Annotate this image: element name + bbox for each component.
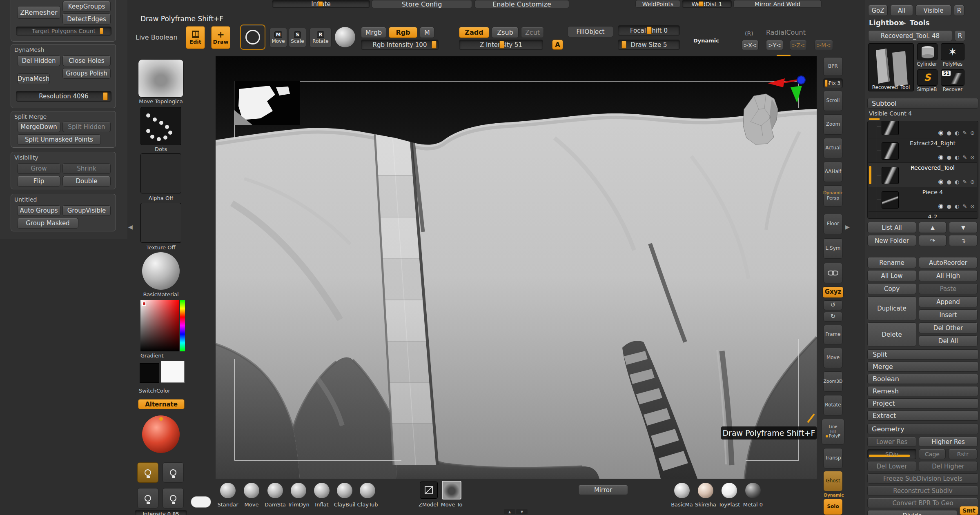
target-polygons-handle[interactable] xyxy=(100,28,103,34)
rgb-intensity-slider[interactable]: Rgb Intensity 100 xyxy=(361,40,439,50)
sym-y-button[interactable]: >Y< xyxy=(766,40,783,50)
rgb-intensity-handle[interactable] xyxy=(432,41,437,49)
store-config-button[interactable]: Store Config xyxy=(372,0,472,8)
shelf-zoom-button[interactable]: Zoom xyxy=(823,114,843,135)
cylinder-tool-thumbnail[interactable] xyxy=(917,43,938,60)
new-folder-button[interactable]: New Folder xyxy=(867,235,916,246)
quick-material-toyplastic[interactable]: ToyPlast xyxy=(718,483,741,510)
texture-thumbnail[interactable] xyxy=(140,203,181,243)
draw-size-slider[interactable]: Draw Size 5 xyxy=(618,40,680,50)
edit-pencil-icon[interactable]: ✎ xyxy=(962,154,967,160)
shelf-ghost-button[interactable]: Ghost xyxy=(823,471,843,491)
folder-moveto-button[interactable]: ↴ xyxy=(949,235,978,246)
mirror-button[interactable]: Mirror xyxy=(578,485,628,495)
divide-button[interactable]: Divide xyxy=(867,510,957,515)
shelf-actual-button[interactable]: Actual xyxy=(823,138,843,158)
remesh-subsection[interactable]: Remesh xyxy=(867,386,978,396)
radialcount-label[interactable]: RadialCount xyxy=(766,29,806,36)
live-boolean-label[interactable]: Live Boolean xyxy=(136,33,178,41)
boolean-subsection[interactable]: Boolean xyxy=(867,374,978,384)
shelf-spin-cw-button[interactable]: ↻ xyxy=(823,312,843,322)
shrink-button[interactable]: Shrink xyxy=(62,163,111,174)
dynamesh-toggle-button[interactable]: DynaMesh xyxy=(17,73,50,84)
all-high-button[interactable]: All High xyxy=(919,270,978,281)
del-higher-button[interactable]: Del Higher xyxy=(919,461,978,471)
simplebrush-tool-thumbnail[interactable]: S xyxy=(917,69,938,86)
lightbox-menu[interactable]: Lightbox xyxy=(869,19,903,27)
quick-brush-claytubes[interactable]: ClayTub xyxy=(356,483,379,510)
move-mode-button[interactable]: M Move xyxy=(270,28,287,47)
recover-tool-thumbnail[interactable]: 51 xyxy=(941,69,964,86)
shelf-polyframe-button[interactable]: Line Fill PolyF xyxy=(822,419,844,445)
quick-brush-move-topological[interactable] xyxy=(442,481,461,499)
eye-icon[interactable]: ◉ xyxy=(938,202,943,210)
flip-button[interactable]: Flip xyxy=(17,176,60,186)
quick-brush-trimdynamic[interactable]: TrimDyn xyxy=(287,483,310,510)
duplicate-button[interactable]: Duplicate xyxy=(867,296,916,320)
material-thumbnail[interactable] xyxy=(142,252,180,290)
all-low-button[interactable]: All Low xyxy=(867,270,916,281)
del-lower-button[interactable]: Del Lower xyxy=(867,461,916,471)
secondary-color-swatch[interactable] xyxy=(161,361,185,383)
autoreorder-button[interactable]: AutoReorder xyxy=(919,257,978,268)
group-masked-button[interactable]: Group Masked xyxy=(17,218,78,229)
quick-material-skinshade[interactable]: SkinSha xyxy=(694,483,717,510)
quick-brush-standard[interactable]: Standar xyxy=(216,483,239,510)
spix-handle[interactable] xyxy=(825,80,828,87)
delete-button[interactable]: Delete xyxy=(867,322,916,346)
polypaint-half-icon[interactable]: ◐ xyxy=(955,203,959,209)
goz-button[interactable]: GoZ xyxy=(868,5,888,16)
del-all-button[interactable]: Del All xyxy=(919,335,978,346)
folder-collapse-button[interactable]: ↷ xyxy=(919,235,947,246)
brush-thumbnail[interactable] xyxy=(138,59,184,98)
z-intensity-slider[interactable]: Z Intensity 51 xyxy=(459,40,543,50)
subtool-row[interactable]: Extract24_Right ◉ ● ◐ ✎ ⊙ xyxy=(869,138,977,163)
draw-button[interactable]: + Draw xyxy=(211,26,230,49)
quick-material-basic[interactable]: BasicMa xyxy=(670,483,693,510)
r-tool-button[interactable]: R xyxy=(955,30,965,41)
zremesher-button[interactable]: ZRemesher xyxy=(17,6,60,19)
quick-brush-move[interactable]: Move xyxy=(240,483,263,510)
grow-button[interactable]: Grow xyxy=(17,163,60,174)
subtool-row[interactable]: Piece 4 ◉ ● ◐ ✎ ⊙ xyxy=(869,187,977,212)
all-button[interactable]: All xyxy=(890,5,913,16)
shelf-spix-slider[interactable]: SPix 3 xyxy=(823,78,843,88)
freeze-subdivision-button[interactable]: Freeze SubDivision Levels xyxy=(867,473,978,484)
higher-res-button[interactable]: Higher Res xyxy=(919,437,978,447)
shelf-persp-button[interactable]: DynamicPersp xyxy=(823,185,843,206)
scroll-up-widget[interactable]: ▲ xyxy=(504,509,515,514)
shelf-bpr-button[interactable]: BPR xyxy=(823,57,843,76)
draw-size-handle[interactable] xyxy=(621,41,626,49)
copy-button[interactable]: Copy xyxy=(867,283,916,294)
right-tray-divider-arrow[interactable]: ▶ xyxy=(845,224,850,230)
sym-x-button[interactable]: >X< xyxy=(742,40,759,50)
eye-icon[interactable]: ◉ xyxy=(938,129,943,136)
groups-polish-button[interactable]: Groups Polish xyxy=(62,68,111,79)
polypaint-half-icon[interactable]: ◐ xyxy=(955,154,959,160)
focal-shift-slider[interactable]: Focal Shift 0 xyxy=(618,25,680,36)
shelf-rotate-button[interactable]: Rotate xyxy=(823,395,843,415)
shelf-scroll-button[interactable]: Scroll xyxy=(823,91,843,111)
inflate-handle[interactable] xyxy=(318,1,323,7)
geometry-section-header[interactable]: Geometry xyxy=(867,424,978,434)
shelf-floor-button[interactable]: Floor xyxy=(823,214,843,234)
alpha-thumbnail[interactable] xyxy=(140,153,181,193)
double-button[interactable]: Double xyxy=(62,176,111,186)
polypaint-dot-icon[interactable]: ● xyxy=(947,154,951,160)
red-material-sphere[interactable] xyxy=(142,415,180,453)
z-intensity-handle[interactable] xyxy=(499,41,504,49)
edit-pencil-icon[interactable]: ✎ xyxy=(962,179,967,185)
zadd-button[interactable]: Zadd xyxy=(459,27,489,38)
close-holes-button[interactable]: Close Holes xyxy=(62,55,111,66)
inflate-slider[interactable]: Inflate xyxy=(272,0,370,8)
subtool-section-header[interactable]: Subtool xyxy=(867,98,978,109)
quick-material-metal[interactable]: Metal 0 xyxy=(742,483,764,510)
dynamic-label[interactable]: Dynamic xyxy=(693,38,719,44)
paste-button[interactable]: Paste xyxy=(919,283,978,294)
shelf-aahalf-button[interactable]: AAHalf xyxy=(823,162,843,182)
merge-subsection[interactable]: Merge xyxy=(867,362,978,372)
tools-menu[interactable]: Tools xyxy=(910,19,930,27)
light-toggle-4[interactable] xyxy=(163,488,184,508)
welddist-handle[interactable] xyxy=(699,1,704,7)
enable-customize-button[interactable]: Enable Customize xyxy=(474,0,569,8)
